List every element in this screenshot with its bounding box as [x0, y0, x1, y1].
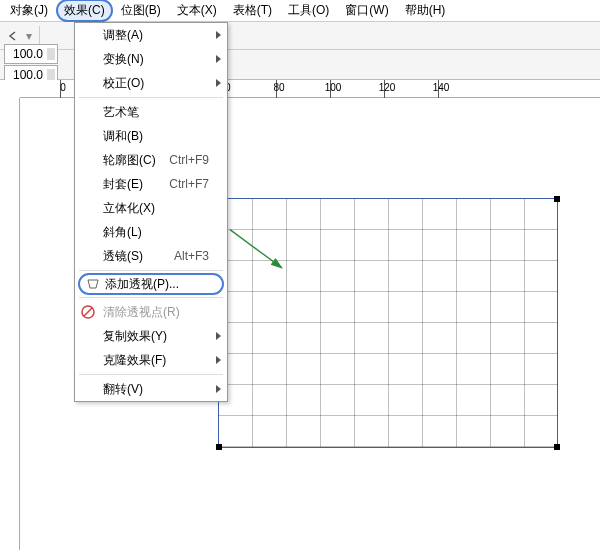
menu-item-label: 透镜(S)	[103, 248, 143, 265]
grid-rect[interactable]	[218, 198, 558, 448]
effect-menu-dropdown: 调整(A)变换(N)校正(O)艺术笔调和(B)轮廓图(C)Ctrl+F9封套(E…	[74, 22, 228, 402]
menu-item-12[interactable]: 添加透视(P)...	[78, 273, 224, 295]
menu-item-15[interactable]: 复制效果(Y)	[75, 324, 227, 348]
menu-item-label: 添加透视(P)...	[105, 276, 179, 293]
x-field[interactable]: 100.0	[4, 44, 58, 64]
handle-sw[interactable]	[216, 444, 222, 450]
menu-item-label: 调整(A)	[103, 27, 143, 44]
menu-object[interactable]: 对象(J)	[2, 0, 56, 22]
menu-shortcut: Ctrl+F9	[169, 153, 209, 167]
menu-text[interactable]: 文本(X)	[169, 0, 225, 22]
svg-line-21	[84, 308, 92, 316]
menu-item-label: 轮廓图(C)	[103, 152, 156, 169]
menu-item-label: 艺术笔	[103, 104, 139, 121]
handle-se[interactable]	[554, 444, 560, 450]
chevron-right-icon	[216, 385, 221, 393]
perspective-icon	[86, 277, 100, 291]
menu-effect[interactable]: 效果(C)	[56, 0, 113, 22]
menu-item-label: 变换(N)	[103, 51, 144, 68]
menu-shortcut: Alt+F3	[174, 249, 209, 263]
menu-item-0[interactable]: 调整(A)	[75, 23, 227, 47]
menu-item-4[interactable]: 艺术笔	[75, 100, 227, 124]
chevron-right-icon	[216, 55, 221, 63]
chevron-right-icon	[216, 356, 221, 364]
ruler-tick: 80	[269, 82, 289, 93]
menu-item-7[interactable]: 封套(E)Ctrl+F7	[75, 172, 227, 196]
chevron-right-icon	[216, 332, 221, 340]
undo-icon[interactable]	[4, 27, 22, 45]
menu-table[interactable]: 表格(T)	[225, 0, 280, 22]
chevron-right-icon	[216, 31, 221, 39]
menu-item-label: 校正(O)	[103, 75, 144, 92]
menu-item-18[interactable]: 翻转(V)	[75, 377, 227, 401]
menu-item-label: 复制效果(Y)	[103, 328, 167, 345]
menu-item-14: 清除透视点(R)	[75, 300, 227, 324]
menu-item-label: 翻转(V)	[103, 381, 143, 398]
menu-item-16[interactable]: 克隆效果(F)	[75, 348, 227, 372]
ruler-tick: 100	[323, 82, 343, 93]
menu-shortcut: Ctrl+F7	[169, 177, 209, 191]
chevron-right-icon	[216, 79, 221, 87]
menu-item-6[interactable]: 轮廓图(C)Ctrl+F9	[75, 148, 227, 172]
menu-item-label: 斜角(L)	[103, 224, 142, 241]
ruler-tick: 0	[53, 82, 73, 93]
menu-item-label: 克隆效果(F)	[103, 352, 166, 369]
clear-icon	[81, 305, 95, 319]
menu-item-label: 调和(B)	[103, 128, 143, 145]
menu-item-label: 立体化(X)	[103, 200, 155, 217]
menu-item-10[interactable]: 透镜(S)Alt+F3	[75, 244, 227, 268]
ruler-tick: 140	[431, 82, 451, 93]
menu-item-8[interactable]: 立体化(X)	[75, 196, 227, 220]
handle-ne[interactable]	[554, 196, 560, 202]
menu-item-label: 清除透视点(R)	[103, 304, 180, 321]
menu-item-5[interactable]: 调和(B)	[75, 124, 227, 148]
v-ruler	[0, 98, 20, 550]
menu-item-2[interactable]: 校正(O)	[75, 71, 227, 95]
ruler-tick: 120	[377, 82, 397, 93]
menu-item-label: 封套(E)	[103, 176, 143, 193]
menu-item-1[interactable]: 变换(N)	[75, 47, 227, 71]
menu-bitmap[interactable]: 位图(B)	[113, 0, 169, 22]
menu-item-9[interactable]: 斜角(L)	[75, 220, 227, 244]
